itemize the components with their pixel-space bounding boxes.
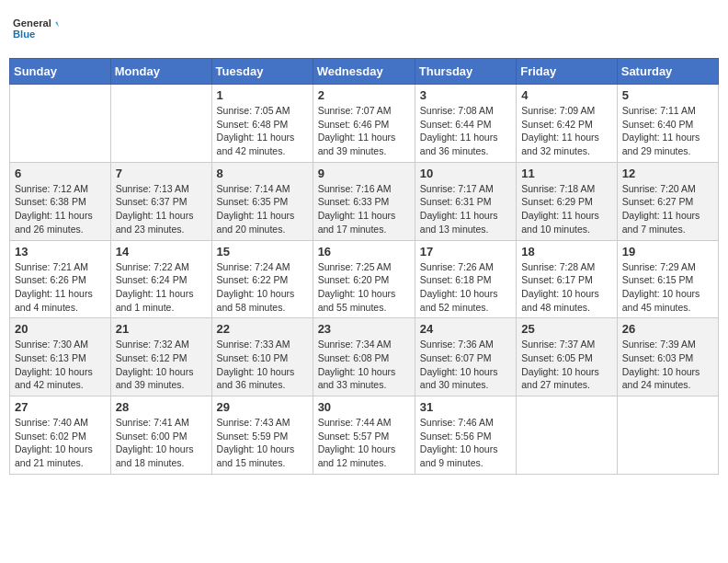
- calendar-day-cell: 5Sunrise: 7:11 AM Sunset: 6:40 PM Daylig…: [617, 85, 718, 163]
- day-number: 7: [116, 167, 207, 180]
- day-info: Sunrise: 7:18 AM Sunset: 6:29 PM Dayligh…: [521, 182, 612, 236]
- day-info: Sunrise: 7:08 AM Sunset: 6:44 PM Dayligh…: [420, 104, 511, 158]
- day-info: Sunrise: 7:44 AM Sunset: 5:57 PM Dayligh…: [318, 416, 410, 470]
- day-number: 29: [217, 400, 308, 414]
- page-header: General Blue: [9, 9, 719, 51]
- day-info: Sunrise: 7:30 AM Sunset: 6:13 PM Dayligh…: [15, 338, 106, 392]
- calendar-day-cell: [517, 396, 618, 475]
- day-number: 17: [420, 245, 511, 259]
- calendar-day-cell: [10, 85, 111, 163]
- day-number: 4: [521, 88, 612, 102]
- day-number: 2: [318, 88, 410, 102]
- weekday-header-row: SundayMondayTuesdayWednesdayThursdayFrid…: [10, 59, 719, 85]
- calendar-day-cell: 16Sunrise: 7:25 AM Sunset: 6:20 PM Dayli…: [313, 240, 415, 318]
- day-number: 27: [15, 400, 106, 414]
- calendar-day-cell: 11Sunrise: 7:18 AM Sunset: 6:29 PM Dayli…: [517, 162, 618, 240]
- day-info: Sunrise: 7:32 AM Sunset: 6:12 PM Dayligh…: [116, 338, 207, 392]
- calendar-week-row: 13Sunrise: 7:21 AM Sunset: 6:26 PM Dayli…: [10, 240, 719, 318]
- day-info: Sunrise: 7:05 AM Sunset: 6:48 PM Dayligh…: [217, 104, 308, 158]
- calendar-day-cell: 21Sunrise: 7:32 AM Sunset: 6:12 PM Dayli…: [110, 318, 211, 396]
- day-info: Sunrise: 7:33 AM Sunset: 6:10 PM Dayligh…: [217, 338, 308, 392]
- day-info: Sunrise: 7:39 AM Sunset: 6:03 PM Dayligh…: [622, 338, 713, 392]
- calendar-day-cell: 27Sunrise: 7:40 AM Sunset: 6:02 PM Dayli…: [10, 396, 111, 475]
- day-number: 26: [622, 322, 713, 336]
- day-number: 12: [622, 167, 713, 180]
- day-number: 5: [622, 88, 713, 102]
- logo: General Blue: [13, 9, 59, 51]
- calendar-body: 1Sunrise: 7:05 AM Sunset: 6:48 PM Daylig…: [10, 85, 719, 475]
- calendar-day-cell: 14Sunrise: 7:22 AM Sunset: 6:24 PM Dayli…: [110, 240, 211, 318]
- calendar-day-cell: 24Sunrise: 7:36 AM Sunset: 6:07 PM Dayli…: [415, 318, 516, 396]
- calendar-day-cell: 3Sunrise: 7:08 AM Sunset: 6:44 PM Daylig…: [415, 85, 516, 163]
- calendar-day-cell: 1Sunrise: 7:05 AM Sunset: 6:48 PM Daylig…: [211, 85, 313, 163]
- day-number: 30: [318, 400, 410, 414]
- day-info: Sunrise: 7:20 AM Sunset: 6:27 PM Dayligh…: [622, 182, 713, 236]
- day-info: Sunrise: 7:13 AM Sunset: 6:37 PM Dayligh…: [116, 182, 207, 236]
- weekday-header-cell: Saturday: [617, 59, 718, 85]
- svg-text:Blue: Blue: [13, 29, 35, 40]
- calendar-day-cell: 12Sunrise: 7:20 AM Sunset: 6:27 PM Dayli…: [617, 162, 718, 240]
- day-info: Sunrise: 7:24 AM Sunset: 6:22 PM Dayligh…: [217, 260, 308, 315]
- svg-marker-3: [55, 21, 59, 27]
- weekday-header-cell: Monday: [110, 59, 211, 85]
- day-info: Sunrise: 7:12 AM Sunset: 6:38 PM Dayligh…: [15, 182, 106, 236]
- calendar-day-cell: 23Sunrise: 7:34 AM Sunset: 6:08 PM Dayli…: [313, 318, 415, 396]
- logo-svg: General Blue: [13, 9, 59, 51]
- day-info: Sunrise: 7:34 AM Sunset: 6:08 PM Dayligh…: [318, 338, 410, 392]
- day-number: 18: [521, 245, 612, 259]
- day-info: Sunrise: 7:09 AM Sunset: 6:42 PM Dayligh…: [521, 104, 612, 158]
- day-number: 11: [521, 167, 612, 180]
- day-info: Sunrise: 7:25 AM Sunset: 6:20 PM Dayligh…: [318, 260, 410, 315]
- calendar-day-cell: 19Sunrise: 7:29 AM Sunset: 6:15 PM Dayli…: [617, 240, 718, 318]
- day-number: 16: [318, 245, 410, 259]
- day-info: Sunrise: 7:26 AM Sunset: 6:18 PM Dayligh…: [420, 260, 511, 315]
- calendar-day-cell: 22Sunrise: 7:33 AM Sunset: 6:10 PM Dayli…: [211, 318, 313, 396]
- day-number: 14: [116, 245, 207, 259]
- calendar-week-row: 1Sunrise: 7:05 AM Sunset: 6:48 PM Daylig…: [10, 85, 719, 163]
- calendar-day-cell: 18Sunrise: 7:28 AM Sunset: 6:17 PM Dayli…: [517, 240, 618, 318]
- day-info: Sunrise: 7:07 AM Sunset: 6:46 PM Dayligh…: [318, 104, 410, 158]
- day-info: Sunrise: 7:22 AM Sunset: 6:24 PM Dayligh…: [116, 260, 207, 315]
- day-number: 20: [15, 322, 106, 336]
- calendar-day-cell: [617, 396, 718, 475]
- day-info: Sunrise: 7:21 AM Sunset: 6:26 PM Dayligh…: [15, 260, 106, 315]
- calendar-day-cell: 26Sunrise: 7:39 AM Sunset: 6:03 PM Dayli…: [617, 318, 718, 396]
- day-number: 15: [217, 245, 308, 259]
- svg-text:General: General: [13, 17, 51, 29]
- day-number: 3: [420, 88, 511, 102]
- day-info: Sunrise: 7:14 AM Sunset: 6:35 PM Dayligh…: [217, 182, 308, 236]
- calendar-day-cell: 7Sunrise: 7:13 AM Sunset: 6:37 PM Daylig…: [110, 162, 211, 240]
- day-info: Sunrise: 7:28 AM Sunset: 6:17 PM Dayligh…: [521, 260, 612, 315]
- weekday-header-cell: Thursday: [415, 59, 516, 85]
- day-number: 31: [420, 400, 511, 414]
- calendar-week-row: 20Sunrise: 7:30 AM Sunset: 6:13 PM Dayli…: [10, 318, 719, 396]
- calendar-day-cell: 4Sunrise: 7:09 AM Sunset: 6:42 PM Daylig…: [517, 85, 618, 163]
- calendar-day-cell: 2Sunrise: 7:07 AM Sunset: 6:46 PM Daylig…: [313, 85, 415, 163]
- day-info: Sunrise: 7:29 AM Sunset: 6:15 PM Dayligh…: [622, 260, 713, 315]
- day-number: 22: [217, 322, 308, 336]
- day-info: Sunrise: 7:40 AM Sunset: 6:02 PM Dayligh…: [15, 416, 106, 470]
- day-info: Sunrise: 7:46 AM Sunset: 5:56 PM Dayligh…: [420, 416, 511, 470]
- calendar-day-cell: 20Sunrise: 7:30 AM Sunset: 6:13 PM Dayli…: [10, 318, 111, 396]
- calendar-table: SundayMondayTuesdayWednesdayThursdayFrid…: [9, 58, 719, 475]
- calendar-day-cell: 28Sunrise: 7:41 AM Sunset: 6:00 PM Dayli…: [110, 396, 211, 475]
- calendar-day-cell: 17Sunrise: 7:26 AM Sunset: 6:18 PM Dayli…: [415, 240, 516, 318]
- weekday-header-cell: Wednesday: [313, 59, 415, 85]
- calendar-day-cell: 31Sunrise: 7:46 AM Sunset: 5:56 PM Dayli…: [415, 396, 516, 475]
- day-number: 9: [318, 167, 410, 180]
- calendar-day-cell: [110, 85, 211, 163]
- day-number: 24: [420, 322, 511, 336]
- day-number: 23: [318, 322, 410, 336]
- calendar-day-cell: 8Sunrise: 7:14 AM Sunset: 6:35 PM Daylig…: [211, 162, 313, 240]
- day-number: 19: [622, 245, 713, 259]
- day-number: 13: [15, 245, 106, 259]
- weekday-header-cell: Tuesday: [211, 59, 313, 85]
- calendar-day-cell: 29Sunrise: 7:43 AM Sunset: 5:59 PM Dayli…: [211, 396, 313, 475]
- day-number: 8: [217, 167, 308, 180]
- day-number: 6: [15, 167, 106, 180]
- day-info: Sunrise: 7:11 AM Sunset: 6:40 PM Dayligh…: [622, 104, 713, 158]
- day-number: 28: [116, 400, 207, 414]
- weekday-header-cell: Friday: [517, 59, 618, 85]
- day-number: 1: [217, 88, 308, 102]
- day-info: Sunrise: 7:36 AM Sunset: 6:07 PM Dayligh…: [420, 338, 511, 392]
